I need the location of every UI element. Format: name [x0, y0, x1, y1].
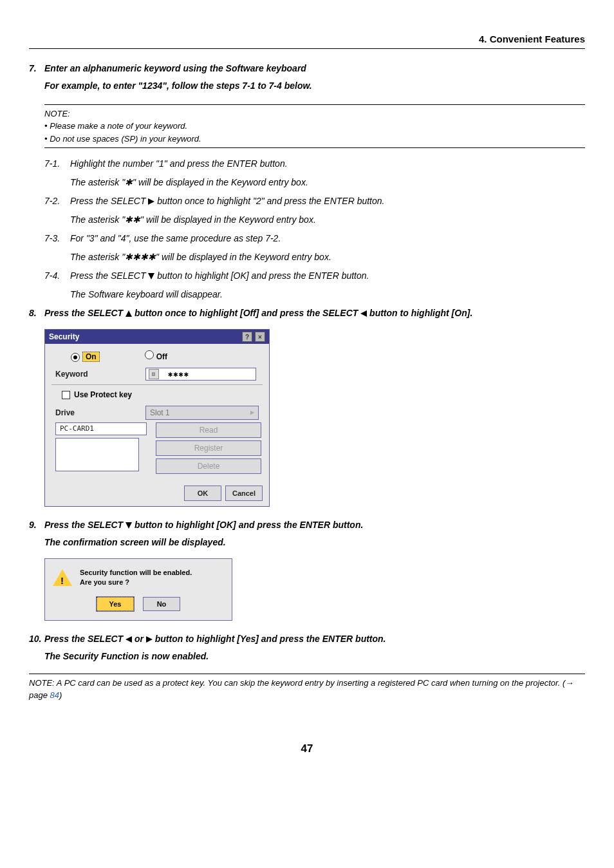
substep-7-2: 7-2.Press the SELECT button once to high…: [44, 194, 585, 208]
step-text: button to highlight [Yes] and press the …: [153, 634, 386, 644]
step-8: 8.Press the SELECT button once to highli…: [29, 307, 585, 320]
use-protect-label: Use Protect key: [74, 390, 132, 399]
checkbox-icon: [62, 391, 70, 399]
security-dialog: Security ? × On Off Keyword ▤ ✱✱✱✱ Use P…: [44, 329, 270, 507]
security-radio-row: On Off: [51, 348, 263, 365]
register-button[interactable]: Register: [156, 440, 261, 456]
svg-marker-1: [148, 273, 154, 279]
note-title: NOTE:: [44, 108, 585, 120]
drive-select[interactable]: Slot 1 ▶: [145, 406, 259, 420]
triangle-right-icon: [146, 636, 153, 643]
substep-7-1: 7-1.Highlight the number "1" and press t…: [44, 157, 585, 171]
substep-text: For "3" and "4", use the same procedure …: [70, 233, 281, 243]
ok-button[interactable]: OK: [184, 486, 221, 501]
step-10-line2: The Security Function is now enabled.: [44, 650, 585, 663]
delete-button[interactable]: Delete: [156, 458, 261, 474]
drive-value: Slot 1: [150, 407, 170, 419]
yes-button[interactable]: Yes: [97, 597, 134, 611]
drive-label: Drive: [51, 407, 145, 419]
step-10: 10.Press the SELECT or button to highlig…: [29, 632, 585, 646]
substep-7-3-follow: The asterisk "✱✱✱✱" will be displayed in…: [70, 250, 585, 264]
step-text: The Security Function is now enabled.: [44, 651, 209, 661]
pc-card-value: PC-CARD1: [60, 424, 94, 435]
confirm-line2: Are you sure ?: [80, 578, 192, 587]
radio-off[interactable]: Off: [145, 350, 167, 363]
section-header: 4. Convenient Features: [29, 32, 585, 49]
step-text: For example, to enter "1234", follow the…: [44, 80, 312, 91]
radio-on[interactable]: On: [71, 351, 100, 363]
step-9-line2: The confirmation screen will be displaye…: [44, 536, 585, 549]
step-9: 9.Press the SELECT button to highlight […: [29, 518, 585, 532]
substep-7-3: 7-3.For "3" and "4", use the same proced…: [44, 232, 585, 245]
cancel-label: Cancel: [232, 488, 256, 499]
substep-text: Press the SELECT: [70, 270, 148, 281]
dialog-button-row: OK Cancel: [45, 480, 269, 506]
no-label: No: [157, 599, 167, 610]
no-button[interactable]: No: [143, 597, 180, 611]
triangle-down-icon: [126, 522, 132, 529]
substep-7-1-follow: The asterisk "✱" will be displayed in th…: [70, 176, 585, 189]
step-text: button once to highlight [Off] and press…: [132, 308, 360, 318]
substep-7-4: 7-4.Press the SELECT button to highlight…: [44, 269, 585, 283]
keyboard-icon: ▤: [149, 369, 159, 379]
confirm-button-row: Yes No: [45, 593, 232, 620]
cancel-button[interactable]: Cancel: [225, 486, 263, 501]
note-bullet: • Please make a note of your keyword.: [44, 120, 585, 133]
step-number: 8.: [29, 307, 44, 320]
step-text: or: [132, 634, 146, 644]
confirm-body: Security function will be enabled. Are y…: [45, 559, 232, 593]
substep-7-2-follow: The asterisk "✱✱" will be displayed in t…: [70, 213, 585, 227]
drive-row: Drive Slot 1 ▶: [51, 403, 263, 422]
step-text: button to highlight [OK] and press the E…: [132, 520, 363, 530]
svg-marker-6: [146, 636, 153, 643]
step-number: 7.: [29, 62, 44, 75]
step-text: Enter an alphanumeric keyword using the …: [44, 63, 306, 73]
chevron-right-icon: ▶: [250, 409, 254, 417]
page-link[interactable]: 84: [50, 690, 59, 700]
substep-num: 7-2.: [44, 194, 70, 208]
step-text: button to highlight [On].: [367, 308, 472, 318]
radio-icon: [71, 353, 80, 362]
triangle-up-icon: [126, 310, 132, 317]
card-area: PC-CARD1 Read Register Delete: [51, 422, 263, 476]
confirm-dialog: Security function will be enabled. Are y…: [44, 558, 232, 621]
substep-text: Press the SELECT: [70, 196, 148, 206]
page-number: 47: [29, 741, 585, 757]
ok-label: OK: [198, 488, 209, 499]
substep-7-4-follow: The Software keyboard will disappear.: [70, 288, 585, 301]
step-text: Press the SELECT: [44, 634, 126, 644]
step-7-line2: For example, to enter "1234", follow the…: [44, 79, 585, 93]
step-number: 10.: [29, 632, 44, 646]
pc-card-field[interactable]: PC-CARD1: [55, 422, 147, 435]
step-number: 9.: [29, 518, 44, 532]
read-label: Read: [200, 424, 218, 436]
substep-text: button once to highlight "2" and press t…: [154, 196, 384, 206]
help-icon[interactable]: ?: [242, 332, 252, 342]
svg-marker-2: [126, 310, 132, 317]
yes-label: Yes: [109, 599, 122, 610]
note-text: NOTE: A PC card can be used as a protect…: [29, 678, 573, 701]
svg-marker-3: [360, 310, 367, 317]
step-text: Press the SELECT: [44, 308, 126, 318]
dialog-title-text: Security: [49, 331, 239, 343]
confirm-line1: Security function will be enabled.: [80, 568, 192, 578]
step-text: Press the SELECT: [44, 520, 126, 530]
step-text: The confirmation screen will be displaye…: [44, 537, 226, 547]
keyword-field[interactable]: ▤ ✱✱✱✱: [145, 368, 256, 381]
radio-icon: [145, 350, 154, 359]
note-box-1: NOTE: • Please make a note of your keywo…: [44, 104, 585, 149]
radio-off-label: Off: [156, 352, 167, 361]
close-icon[interactable]: ×: [255, 332, 265, 342]
svg-marker-5: [126, 636, 132, 643]
read-button[interactable]: Read: [156, 422, 261, 438]
card-list[interactable]: [55, 438, 139, 471]
dialog-body: On Off Keyword ▤ ✱✱✱✱ Use Protect key Dr…: [45, 344, 269, 480]
svg-marker-0: [148, 198, 154, 205]
use-protect-key-row[interactable]: Use Protect key: [51, 386, 263, 403]
svg-marker-4: [126, 522, 132, 529]
note-text: ): [59, 690, 62, 700]
step-7: 7.Enter an alphanumeric keyword using th…: [29, 62, 585, 75]
section-title: 4. Convenient Features: [479, 33, 585, 44]
substep-num: 7-3.: [44, 232, 70, 245]
warning-icon: [53, 569, 72, 586]
